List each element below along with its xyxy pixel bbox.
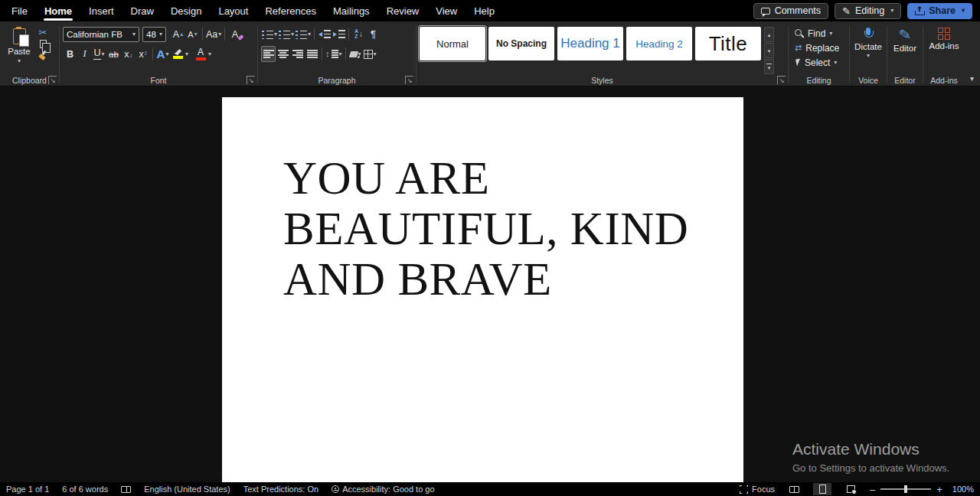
font-dialog-launcher[interactable]: ↘ [247, 76, 255, 84]
copy-icon[interactable] [40, 40, 47, 48]
clear-formatting-button[interactable]: A [227, 26, 242, 42]
grow-font-button[interactable]: A▴ [171, 26, 185, 42]
styles-scroll-down-button[interactable]: ▾ [764, 43, 774, 58]
page-indicator[interactable]: Page 1 of 1 [6, 485, 49, 494]
chevron-down-icon: ▾ [829, 31, 832, 37]
numbering-button[interactable]: ▾ [278, 26, 295, 42]
addins-button[interactable]: Add-ins [926, 26, 962, 51]
styles-dialog-launcher[interactable]: ↘ [777, 76, 786, 84]
show-formatting-marks-button[interactable]: ¶ [366, 26, 381, 42]
line-spacing-button[interactable]: ↕ ▾ [325, 46, 343, 62]
text-predictions-indicator[interactable]: Text Predictions: On [243, 485, 318, 494]
more-bar [766, 64, 772, 64]
share-button[interactable]: Share ▾ [907, 3, 972, 19]
word-count[interactable]: 6 of 6 words [62, 485, 108, 494]
style-normal[interactable]: Normal [420, 27, 485, 60]
focus-label: Focus [752, 485, 775, 494]
align-left-button[interactable] [261, 46, 276, 62]
collapse-ribbon-button[interactable]: ▾ [970, 74, 974, 83]
proofing-book-icon[interactable] [121, 486, 131, 493]
highlight-color-button[interactable] [170, 46, 185, 62]
editing-group-label: Editing [789, 76, 849, 85]
tab-home[interactable]: Home [36, 0, 80, 21]
font-color-button[interactable]: A [193, 46, 208, 62]
language-indicator[interactable]: English (United States) [144, 485, 230, 494]
change-case-button[interactable]: Aa▾ [205, 26, 222, 42]
editor-button[interactable]: ✎ Editor [890, 26, 920, 53]
styles-gallery-more-button[interactable]: ▾ [764, 59, 774, 74]
clipboard-dialog-launcher[interactable]: ↘ [48, 76, 57, 84]
bold-button[interactable]: B [63, 46, 77, 62]
justify-button[interactable] [305, 46, 319, 62]
style-heading-2[interactable]: Heading 2 [626, 27, 692, 60]
replace-button[interactable]: ⇄ Replace [795, 41, 846, 55]
cut-icon[interactable]: ✂ [39, 28, 47, 38]
editing-mode-button[interactable]: ✎ Editing ▾ [835, 3, 901, 19]
tab-view[interactable]: View [427, 0, 466, 21]
line-spacing-bars [332, 50, 338, 58]
read-mode-button[interactable] [785, 483, 803, 495]
divider [314, 28, 315, 41]
titlebar-actions: Comments ✎ Editing ▾ Share ▾ [753, 3, 980, 19]
web-layout-button[interactable] [841, 483, 860, 495]
format-painter-icon[interactable] [38, 51, 47, 60]
multilevel-list-button[interactable]: ▾ [295, 26, 312, 42]
zoom-out-button[interactable]: – [870, 485, 875, 494]
borders-button[interactable]: ▾ [363, 46, 377, 62]
text-effects-button[interactable]: A▾ [155, 46, 170, 62]
tab-file[interactable]: File [3, 0, 36, 21]
shading-bucket-icon [348, 51, 358, 57]
font-family-select[interactable]: Californian FB ▾ [63, 27, 139, 42]
increase-indent-button[interactable] [332, 26, 346, 42]
strikethrough-button[interactable]: ab [106, 46, 121, 62]
italic-button[interactable]: I [77, 46, 92, 62]
focus-mode-button[interactable]: Focus [740, 485, 775, 494]
watermark-title: Activate Windows [792, 440, 949, 458]
align-right-button[interactable] [290, 46, 305, 62]
document-page[interactable]: YOU ARE BEAUTIFUL, KIND AND BRAVE [222, 97, 743, 482]
shading-button[interactable]: ▾ [348, 46, 363, 62]
tab-insert[interactable]: Insert [80, 0, 122, 21]
superscript-button[interactable]: x² [136, 46, 150, 62]
subscript-button[interactable]: x₂ [121, 46, 136, 62]
font-size-select[interactable]: 48 ▾ [142, 27, 166, 42]
bullets-button[interactable]: ▾ [261, 26, 278, 42]
accessibility-status[interactable]: Accessibility: Good to go [332, 485, 434, 494]
comments-button[interactable]: Comments [753, 3, 828, 19]
styles-group: Normal No Spacing Heading 1 Heading 2 Ti… [416, 21, 788, 86]
chevron-down-icon[interactable]: ▾ [208, 51, 211, 57]
align-center-button[interactable] [276, 46, 290, 62]
shrink-font-button[interactable]: A▾ [185, 26, 200, 42]
tab-draw[interactable]: Draw [122, 0, 162, 21]
styles-scroll-up-button[interactable]: ▴ [764, 27, 774, 42]
select-button[interactable]: Select ▾ [795, 55, 846, 70]
zoom-slider-handle[interactable] [904, 485, 907, 493]
tab-help[interactable]: Help [466, 0, 503, 21]
tab-mailings[interactable]: Mailings [325, 0, 378, 21]
font-group: Californian FB ▾ 48 ▾ A▴ A▾ Aa▾ A B [60, 21, 257, 86]
tab-references[interactable]: References [256, 0, 324, 21]
document-text[interactable]: YOU ARE BEAUTIFUL, KIND AND BRAVE [283, 153, 688, 305]
underline-button[interactable]: U▾ [92, 46, 106, 62]
style-title[interactable]: Title [695, 27, 761, 60]
find-button[interactable]: Find ▾ [795, 26, 846, 41]
paragraph-dialog-launcher[interactable]: ↘ [405, 76, 413, 84]
font-family-value: Californian FB [67, 30, 122, 39]
decrease-indent-button[interactable] [317, 26, 332, 42]
zoom-slider[interactable] [880, 488, 931, 490]
style-no-spacing[interactable]: No Spacing [488, 27, 554, 60]
tab-layout[interactable]: Layout [210, 0, 256, 21]
chevron-down-icon[interactable]: ▾ [185, 51, 188, 57]
search-icon [795, 29, 804, 38]
style-heading-1[interactable]: Heading 1 [557, 27, 623, 60]
sort-button[interactable]: A Z ↓ [351, 26, 366, 42]
tab-design[interactable]: Design [162, 0, 210, 21]
zoom-percentage[interactable]: 100% [952, 485, 974, 494]
tab-review[interactable]: Review [378, 0, 428, 21]
comment-bubble-icon [761, 8, 770, 15]
print-layout-button[interactable] [813, 483, 831, 495]
dictate-button[interactable]: Dictate ▾ [853, 26, 884, 59]
paste-button[interactable]: Paste ▾ [3, 26, 35, 74]
zoom-in-button[interactable]: + [936, 485, 942, 494]
chevron-down-icon: ▾ [374, 51, 377, 57]
